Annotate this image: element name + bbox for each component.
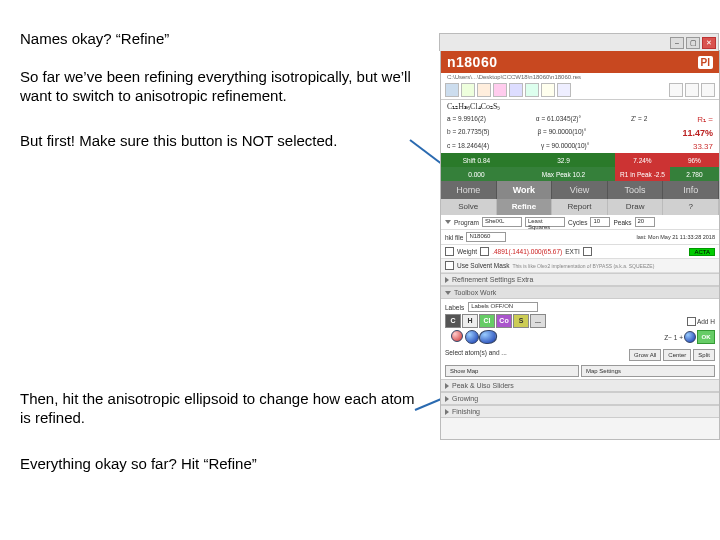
cell-b: b = 20.7735(5) — [447, 128, 489, 138]
tab-view[interactable]: View — [552, 181, 608, 199]
tool-icon-6[interactable] — [525, 83, 539, 97]
hkl-label: hkl file — [445, 234, 463, 241]
grow-all-button[interactable]: Grow All — [629, 349, 661, 361]
labels-label: Labels — [445, 304, 464, 311]
element-h[interactable]: H — [462, 314, 478, 328]
acta-badge[interactable]: ACTA — [689, 248, 715, 256]
peak-sliders-header[interactable]: Peak & Uiso Sliders — [441, 379, 719, 392]
file-path: C:\Users\...\Desktop\CCCW18\n18060\n1806… — [441, 73, 719, 81]
tool-icon-11[interactable] — [701, 83, 715, 97]
cycles-input[interactable]: 10 — [590, 217, 610, 227]
peaks-input[interactable]: 20 — [635, 217, 655, 227]
growing-header[interactable]: Growing — [441, 392, 719, 405]
anisotropic-button[interactable] — [479, 330, 497, 344]
subtab-solve[interactable]: Solve — [441, 199, 497, 215]
last-run: last: Mon May 21 11:33:28 2018 — [636, 234, 715, 240]
element-co[interactable]: Co — [496, 314, 512, 328]
map-row: Show Map Map Settings — [441, 363, 719, 379]
stat-1d: 96% — [670, 153, 719, 167]
peaks-label: Peaks — [613, 219, 631, 226]
pi-badge: PI — [698, 56, 713, 69]
tab-home[interactable]: Home — [441, 181, 497, 199]
addh-checkbox[interactable] — [687, 317, 696, 326]
subtab-refine[interactable]: Refine — [497, 199, 553, 215]
instruction-2: So far we’ve been refining everything is… — [20, 68, 420, 106]
refine-extra-header[interactable]: Refinement Settings Extra — [441, 273, 719, 286]
z-control[interactable]: Z− 1 + — [664, 334, 683, 341]
tab-info[interactable]: Info — [663, 181, 719, 199]
cell-z: Z' = 2 — [631, 115, 647, 124]
instruction-5: Everything okay so far? Hit “Refine” — [20, 455, 420, 474]
show-map-button[interactable]: Show Map — [445, 365, 579, 377]
stat-1b: 32.9 — [512, 153, 615, 167]
shift-value: 0.84 — [478, 157, 491, 164]
instruction-4: Then, hit the anisotropic ellipsoid to c… — [20, 390, 420, 428]
element-cl[interactable]: Cl — [479, 314, 495, 328]
map-settings-button[interactable]: Map Settings — [581, 365, 715, 377]
tab-tools[interactable]: Tools — [608, 181, 664, 199]
element-c[interactable]: C — [445, 314, 461, 328]
program-select[interactable]: ShelXL — [482, 217, 522, 227]
element-more[interactable]: ... — [530, 314, 546, 328]
refine-extra-label: Refinement Settings Extra — [452, 276, 533, 283]
subtab-report[interactable]: Report — [552, 199, 608, 215]
weight-checkbox[interactable] — [445, 247, 454, 256]
minimize-button[interactable]: – — [670, 37, 684, 49]
exti-label: EXTI — [565, 248, 579, 255]
close-button[interactable]: ✕ — [702, 37, 716, 49]
sphere-button[interactable] — [465, 330, 479, 344]
weight-row: Weight .4891(.1441).000(65.67) EXTI ACTA — [441, 245, 719, 259]
exti-checkbox[interactable] — [583, 247, 592, 256]
cell-c: c = 18.2464(4) — [447, 142, 489, 151]
element-row: C H Cl Co S ... Add H — [445, 314, 715, 328]
r1peak-label: R1 in Peak — [620, 171, 652, 178]
r1-value: 11.47% — [682, 128, 713, 138]
tool-icon-2[interactable] — [461, 83, 475, 97]
peak-sliders-label: Peak & Uiso Sliders — [452, 382, 514, 389]
cell-beta: β = 90.0000(10)° — [538, 128, 587, 138]
toolbox-header[interactable]: Toolbox Work — [441, 286, 719, 299]
mask-checkbox[interactable] — [445, 261, 454, 270]
toolbox-title: Toolbox Work — [454, 289, 496, 296]
main-tabs: Home Work View Tools Info — [441, 181, 719, 199]
select-row: Select atom(s) and ... Grow All Center S… — [441, 347, 719, 363]
center-button[interactable]: Center — [663, 349, 691, 361]
element-s[interactable]: S — [513, 314, 529, 328]
labels-select[interactable]: Labels OFF/ON — [468, 302, 538, 312]
stat-2d: 2.780 — [670, 167, 719, 181]
tool-icon-3[interactable] — [477, 83, 491, 97]
atom-display-row: Z− 1 + OK — [445, 330, 715, 344]
select-label: Select atom(s) and ... — [445, 349, 507, 361]
finishing-label: Finishing — [452, 408, 480, 415]
sphere-icon-2[interactable] — [684, 331, 696, 343]
tab-work[interactable]: Work — [497, 181, 553, 199]
r1-label: R₁ = — [697, 115, 713, 124]
tool-icon-10[interactable] — [685, 83, 699, 97]
tool-icon-4[interactable] — [493, 83, 507, 97]
ok-button[interactable]: OK — [697, 330, 715, 344]
method-select[interactable]: Least Squares — [525, 217, 565, 227]
tool-icon-5[interactable] — [509, 83, 523, 97]
icon-toolbar — [441, 81, 719, 100]
tool-icon-8[interactable] — [557, 83, 571, 97]
mask-row: Use Solvent Mask This is like Olex2 impl… — [441, 259, 719, 273]
stat-1c: 7.24% — [615, 153, 670, 167]
cell-a: a = 9.9916(2) — [447, 115, 486, 124]
tool-icon-9[interactable] — [669, 83, 683, 97]
refine-program-row: Program ShelXL Least Squares Cycles 10 P… — [441, 215, 719, 230]
weight-value: .4891(.1441).000(65.67) — [492, 248, 562, 255]
cell-row-3: c = 18.2464(4) γ = 90.0000(10)° 33.37 — [441, 140, 719, 153]
hkl-select[interactable]: N18060 — [466, 232, 506, 242]
tool-icon-7[interactable] — [541, 83, 555, 97]
finishing-header[interactable]: Finishing — [441, 405, 719, 418]
expand-icon[interactable] — [445, 220, 451, 224]
tool-icon-1[interactable] — [445, 83, 459, 97]
maximize-button[interactable]: ▢ — [686, 37, 700, 49]
isotropic-button[interactable] — [451, 330, 463, 342]
weight-checkbox-2[interactable] — [480, 247, 489, 256]
program-label: Program — [454, 219, 479, 226]
maxpeak-value: 10.2 — [573, 171, 586, 178]
subtab-other[interactable]: ? — [663, 199, 719, 215]
split-button[interactable]: Split — [693, 349, 715, 361]
subtab-draw[interactable]: Draw — [608, 199, 664, 215]
